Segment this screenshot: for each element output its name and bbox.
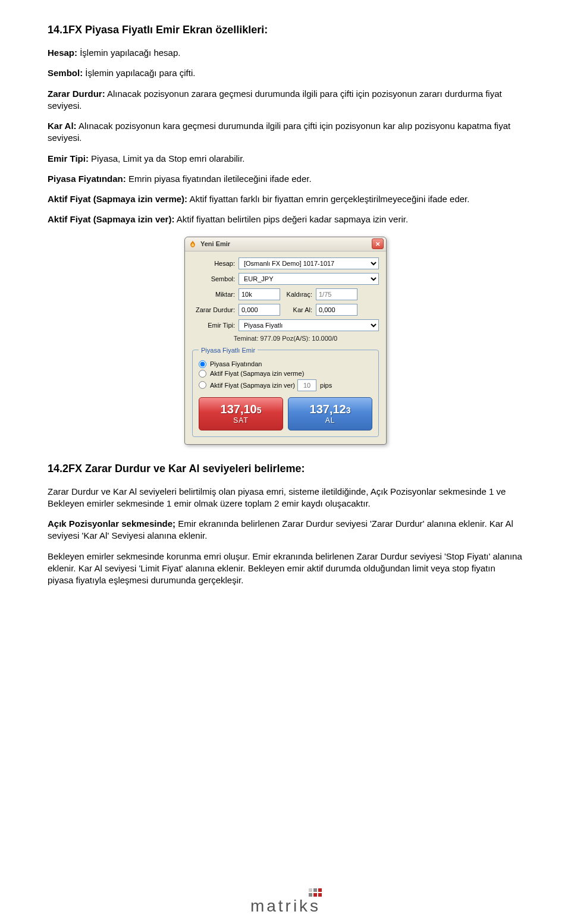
label-sembol: Sembol: xyxy=(48,68,83,78)
flame-icon xyxy=(189,240,197,248)
text-et: Piyasa, Limit ya da Stop emri olarabilir… xyxy=(89,153,245,164)
zarar-label: Zarar Durdur: xyxy=(192,306,235,313)
kaldirac-label: Kaldıraç: xyxy=(280,291,312,298)
sell-button[interactable]: 137,105 SAT xyxy=(199,397,283,430)
buy-price-small: 3 xyxy=(346,406,351,415)
text-hesap: İşlemin yapılacağı hesap. xyxy=(77,48,180,58)
new-order-dialog: Yeni Emir ✕ Hesap: [Osmanlı FX Demo] 101… xyxy=(184,237,387,445)
piyasa-fiyatli-fieldset: Piyasa Fiyatlı Emir Piyasa Fiyatından Ak… xyxy=(192,347,379,437)
para-zarar-durdur: Zarar Durdur: Alınacak pozisyonun zarara… xyxy=(48,88,523,112)
para-piyasa-fiyatindan: Piyasa Fiyatından: Emrin piyasa fiyatınd… xyxy=(48,173,523,185)
miktar-label: Miktar: xyxy=(192,291,235,298)
kar-input[interactable] xyxy=(316,304,357,316)
matriks-logo: matriks xyxy=(250,890,321,916)
close-button[interactable]: ✕ xyxy=(372,238,384,249)
para-14-2-1: Zarar Durdur ve Kar Al seviyeleri belirt… xyxy=(48,486,523,510)
hesap-select[interactable]: [Osmanlı FX Demo] 1017-1017 xyxy=(239,257,379,269)
radio-label-1: Piyasa Fiyatından xyxy=(210,360,262,367)
text-zd: Alınacak pozisyonun zarara geçmesi durum… xyxy=(48,89,502,111)
label-hesap: Hesap: xyxy=(48,48,77,58)
label-zd: Zarar Durdur: xyxy=(48,89,105,99)
radio-sapma-verme[interactable] xyxy=(199,370,206,378)
para-kar-al: Kar Al: Alınacak pozisyonun kara geçmesi… xyxy=(48,120,523,144)
logo-text: matriks xyxy=(250,897,321,915)
text-af1: Aktif fiyattan farklı bir fiyattan emrin… xyxy=(187,194,469,204)
close-icon: ✕ xyxy=(375,241,380,247)
para-sembol: Sembol: İşlemin yapılacağı para çifti. xyxy=(48,67,523,79)
kaldirac-input xyxy=(316,288,357,300)
dialog-titlebar[interactable]: Yeni Emir ✕ xyxy=(185,237,386,252)
text-af2: Aktif fiyattan belirtilen pips değeri ka… xyxy=(174,214,408,224)
para-aktif-fiyat-verme: Aktif Fiyat (Sapmaya izin verme): Aktif … xyxy=(48,193,523,205)
sell-price-small: 5 xyxy=(257,406,262,415)
sell-price-big: 137,10 xyxy=(221,403,257,416)
para-hesap: Hesap: İşlemin yapılacağı hesap. xyxy=(48,47,523,59)
sell-price: 137,105 xyxy=(221,403,262,416)
teminat-poz-info: Teminat: 977.09 Poz(A/S): 10.000/0 xyxy=(192,335,379,342)
section-heading-14-1: 14.1FX Piyasa Fiyatlı Emir Ekran özellik… xyxy=(48,24,523,36)
para-14-2-3: Bekleyen emirler sekmesinde korunma emri… xyxy=(48,551,523,587)
para-aktif-fiyat-ver: Aktif Fiyat (Sapmaya izin ver): Aktif fi… xyxy=(48,213,523,225)
radio-label-2: Aktif Fiyat (Sapmaya izin verme) xyxy=(210,370,304,377)
sell-label: SAT xyxy=(233,416,248,425)
emirtipi-select[interactable]: Piyasa Fiyatlı xyxy=(239,319,379,331)
para-14-2-2: Açık Pozisyonlar sekmesinde; Emir ekranı… xyxy=(48,518,523,542)
text-pf: Emrin piyasa fiyatından iletileceğini if… xyxy=(126,174,312,184)
dialog-title: Yeni Emir xyxy=(200,240,372,247)
label-et: Emir Tipi: xyxy=(48,153,89,164)
buy-price-big: 137,12 xyxy=(310,403,346,416)
buy-button[interactable]: 137,123 AL xyxy=(288,397,372,430)
section-heading-14-2: 14.2FX Zarar Durdur ve Kar Al seviyeleri… xyxy=(48,463,523,475)
label-pf: Piyasa Fiyatından: xyxy=(48,174,126,184)
kar-label: Kar Al: xyxy=(280,306,312,313)
label-ka: Kar Al: xyxy=(48,121,77,131)
buy-price: 137,123 xyxy=(310,403,351,416)
radio-sapma-ver[interactable] xyxy=(199,381,206,389)
fieldset-legend: Piyasa Fiyatlı Emir xyxy=(199,347,258,354)
label-acik-poz: Açık Pozisyonlar sekmesinde; xyxy=(48,518,175,529)
pips-label: pips xyxy=(320,382,332,389)
pips-input xyxy=(297,379,316,391)
label-af2: Aktif Fiyat (Sapmaya izin ver): xyxy=(48,214,174,224)
radio-label-3: Aktif Fiyat (Sapmaya izin ver) xyxy=(210,382,295,389)
text-ka: Alınacak pozisyonun kara geçmesi durumun… xyxy=(48,121,510,143)
buy-label: AL xyxy=(325,416,335,425)
logo-dots-icon xyxy=(309,888,322,897)
zarar-input[interactable] xyxy=(239,304,280,316)
sembol-label: Sembol: xyxy=(192,275,235,282)
text-sembol: İşlemin yapılacağı para çifti. xyxy=(83,68,195,78)
hesap-label: Hesap: xyxy=(192,260,235,267)
para-emir-tipi: Emir Tipi: Piyasa, Limit ya da Stop emri… xyxy=(48,153,523,165)
radio-piyasa-fiyatindan[interactable] xyxy=(199,360,206,368)
label-af1: Aktif Fiyat (Sapmaya izin verme): xyxy=(48,194,187,204)
miktar-input[interactable] xyxy=(239,288,280,300)
sembol-select[interactable]: EUR_JPY xyxy=(239,273,379,285)
emirtipi-label: Emir Tipi: xyxy=(192,322,235,329)
